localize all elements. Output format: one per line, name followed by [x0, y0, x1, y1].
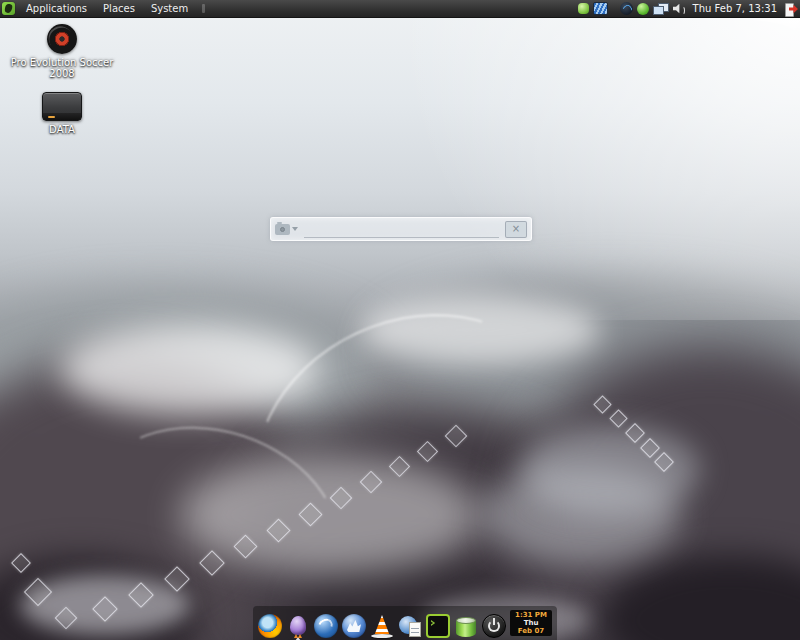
- wallpaper-wisp: [20, 575, 190, 635]
- desktop-icon-data-drive[interactable]: DATA: [7, 92, 117, 135]
- search-input[interactable]: [304, 221, 499, 238]
- wallpaper-blob: [600, 555, 800, 640]
- top-panel: Applications Places System Thu Feb 7, 13…: [0, 0, 800, 18]
- diamond-shape: [164, 566, 189, 591]
- system-tray: Thu Feb 7, 13:31: [576, 0, 800, 17]
- wallpaper-blob: [0, 355, 320, 640]
- diamond-shape: [360, 471, 383, 494]
- wallpaper-wisp: [180, 455, 480, 575]
- diamond-shape: [11, 553, 31, 573]
- wallpaper-blob: [0, 555, 200, 640]
- striped-window-icon[interactable]: [593, 2, 608, 15]
- power-icon[interactable]: [482, 614, 506, 638]
- menu-system[interactable]: System: [143, 0, 196, 17]
- diamond-shape: [417, 441, 438, 462]
- diamond-shape: [24, 578, 52, 606]
- wallpaper-arc: [55, 394, 369, 640]
- wallpaper-blob: [520, 345, 800, 640]
- dock: 1:31 PM Thu Feb 07: [253, 606, 557, 640]
- thunderbird-icon[interactable]: [314, 614, 338, 638]
- diamond-shape: [445, 425, 468, 448]
- desktop-search-widget: ×: [270, 217, 532, 241]
- diamond-shape: [92, 596, 117, 621]
- document-globe-icon[interactable]: [398, 614, 422, 638]
- diamond-shape: [298, 502, 322, 526]
- diamond-shape: [625, 423, 645, 443]
- network-monitors-icon[interactable]: [653, 3, 669, 15]
- wallpaper-wisp: [360, 295, 600, 365]
- wallpaper-blob: [0, 290, 380, 440]
- dock-clock-date: Feb 07: [512, 627, 550, 635]
- dock-clock[interactable]: 1:31 PM Thu Feb 07: [510, 610, 552, 636]
- volume-icon[interactable]: [673, 3, 686, 15]
- diamond-shape: [199, 550, 224, 575]
- swirl-globe-icon[interactable]: [620, 2, 633, 15]
- logout-icon[interactable]: [784, 2, 798, 16]
- distro-menu-icon[interactable]: [2, 2, 15, 15]
- game-disc-icon: [47, 24, 77, 54]
- wallpaper-blob: [380, 280, 800, 420]
- dock-clock-time: 1:31 PM: [512, 611, 550, 619]
- menu-places[interactable]: Places: [95, 0, 143, 17]
- pidgin-icon[interactable]: [286, 614, 310, 638]
- panel-clock[interactable]: Thu Feb 7, 13:31: [688, 3, 782, 14]
- green-cylinder-icon[interactable]: [454, 616, 478, 640]
- wallpaper-wisp: [480, 465, 680, 565]
- diamond-shape: [593, 395, 611, 413]
- desktop-screen: Applications Places System Thu Feb 7, 13…: [0, 0, 800, 640]
- diamond-shape: [128, 582, 153, 607]
- diamond-shape: [233, 534, 257, 558]
- green-pill-status-icon[interactable]: [578, 3, 589, 14]
- hard-drive-icon: [42, 92, 82, 121]
- camera-icon[interactable]: [275, 224, 290, 235]
- corner-glow: [300, 0, 800, 320]
- dock-clock-day: Thu: [512, 619, 550, 627]
- diamond-shape: [389, 456, 410, 477]
- panel-launcher-icon[interactable]: [202, 4, 205, 13]
- desktop-icon-label: Pro Evolution Soccer 2008: [7, 57, 117, 79]
- diamond-shape: [640, 438, 660, 458]
- wallpaper-wisp: [60, 325, 320, 415]
- diamond-shape: [654, 452, 674, 472]
- wallpaper-wisp: [520, 425, 700, 515]
- amarok-icon[interactable]: [342, 614, 366, 638]
- light-rays: [0, 0, 800, 360]
- desktop-icon-label: DATA: [7, 124, 117, 135]
- wallpaper[interactable]: [0, 0, 800, 640]
- close-icon[interactable]: ×: [505, 221, 527, 238]
- diamond-shape: [330, 487, 353, 510]
- firefox-icon[interactable]: [258, 614, 282, 638]
- terminal-icon[interactable]: [426, 614, 450, 638]
- diamond-shape: [266, 518, 290, 542]
- menu-applications[interactable]: Applications: [18, 0, 95, 17]
- vlc-icon[interactable]: [370, 614, 394, 638]
- chevron-down-icon[interactable]: [292, 227, 298, 231]
- green-circle-status-icon[interactable]: [637, 3, 649, 15]
- diamond-shape: [609, 409, 627, 427]
- desktop-icon-pes2008[interactable]: Pro Evolution Soccer 2008: [7, 24, 117, 79]
- diamond-shape: [55, 607, 78, 630]
- wallpaper-arc: [209, 264, 614, 640]
